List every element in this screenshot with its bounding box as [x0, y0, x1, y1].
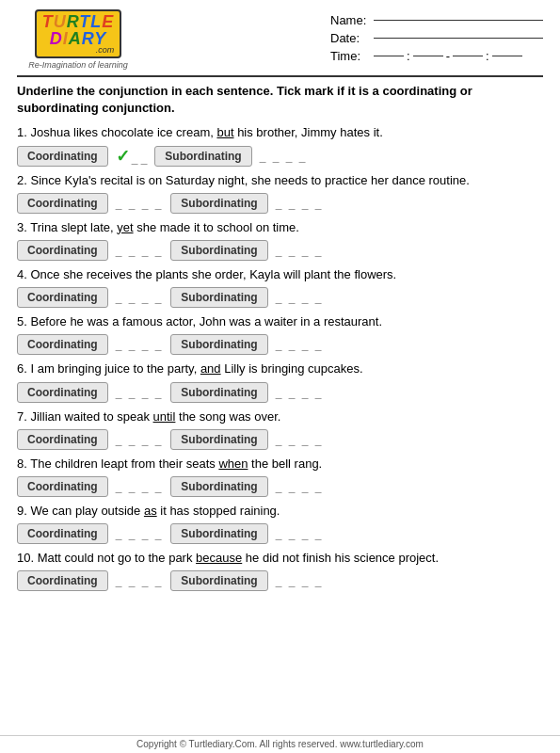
q9-subord-dashes: _ _ _ _	[276, 527, 324, 540]
name-label: Name:	[330, 13, 368, 27]
q6-number: 6.	[17, 361, 30, 376]
q1-subordinating-button[interactable]: Subordinating	[154, 146, 251, 167]
q1-coord-remaining-dashes: _ _	[132, 152, 148, 165]
q8-subordinating-button[interactable]: Subordinating	[170, 476, 267, 497]
date-label: Date:	[330, 31, 368, 45]
q6-coordinating-button[interactable]: Coordinating	[17, 382, 108, 403]
question-3: 3. Trina slept late, yet she made it to …	[17, 219, 543, 261]
time-input: : - :	[374, 49, 522, 63]
q3-subordinating-button[interactable]: Subordinating	[170, 240, 267, 261]
q4-coordinating-button[interactable]: Coordinating	[17, 287, 108, 308]
question-4-text: 4. Once she receives the plants she orde…	[17, 266, 543, 283]
q4-subord-dashes: _ _ _ _	[276, 291, 324, 304]
q9-number: 9.	[17, 504, 30, 518]
question-2: 2. Since Kyla's recital is on Saturday n…	[17, 172, 543, 214]
question-1: 1. Joshua likes chocolate ice cream, but…	[17, 124, 543, 166]
instruction-text: Underline the conjunction in each senten…	[17, 83, 543, 117]
date-field-row: Date:	[330, 31, 543, 45]
time-colon2: :	[486, 49, 489, 63]
q7-number: 7.	[17, 409, 30, 424]
question-4: 4. Once she receives the plants she orde…	[17, 266, 543, 308]
q8-subord-dashes: _ _ _ _	[276, 480, 324, 493]
q10-coordinating-button[interactable]: Coordinating	[17, 570, 108, 591]
q2-coord-dashes: _ _ _ _	[116, 197, 164, 210]
logo-tagline: Re-Imagination of learning	[28, 60, 128, 70]
q6-subordinating-button[interactable]: Subordinating	[170, 382, 267, 403]
q6-conjunction: and	[200, 361, 221, 376]
logo-com: .com	[96, 45, 115, 55]
question-8: 8. The children leapt from their seats w…	[17, 456, 543, 497]
q8-coord-dashes: _ _ _ _	[116, 480, 164, 493]
question-7: 7. Jillian waited to speak until the son…	[17, 409, 543, 450]
q6-coord-dashes: _ _ _ _	[116, 386, 164, 399]
question-9-text: 9. We can play outside as it has stopped…	[17, 503, 543, 520]
question-6: 6. I am bringing juice to the party, and…	[17, 360, 543, 402]
q1-answer-row: Coordinating✓_ _Subordinating_ _ _ _	[17, 146, 543, 167]
q2-coordinating-button[interactable]: Coordinating	[17, 193, 108, 214]
header-divider	[17, 75, 543, 77]
time-label: Time:	[330, 49, 368, 63]
question-5: 5. Before he was a famous actor, John wa…	[17, 313, 543, 355]
q8-answer-row: Coordinating_ _ _ _Subordinating_ _ _ _	[17, 476, 543, 497]
q1-coordinating-button[interactable]: Coordinating	[17, 146, 108, 167]
q6-subord-dashes: _ _ _ _	[276, 386, 324, 399]
q4-coord-dashes: _ _ _ _	[116, 291, 164, 304]
time-dash: -	[446, 49, 450, 63]
q2-subordinating-button[interactable]: Subordinating	[170, 193, 267, 214]
logo-area: TURTLE DIARY .com Re-Imagination of lear…	[17, 9, 139, 70]
question-7-text: 7. Jillian waited to speak until the son…	[17, 409, 543, 425]
q10-number: 10.	[17, 551, 38, 565]
time-seg1[interactable]	[374, 56, 404, 56]
q1-coord-dashes: ✓_ _	[116, 146, 148, 167]
q10-subord-dashes: _ _ _ _	[276, 574, 324, 587]
question-8-text: 8. The children leapt from their seats w…	[17, 456, 543, 473]
q1-subord-dashes: _ _ _ _	[260, 150, 308, 163]
q9-coordinating-button[interactable]: Coordinating	[17, 523, 108, 544]
q3-answer-row: Coordinating_ _ _ _Subordinating_ _ _ _	[17, 240, 543, 261]
question-6-text: 6. I am bringing juice to the party, and…	[17, 360, 543, 377]
name-line[interactable]	[374, 20, 543, 21]
q4-answer-row: Coordinating_ _ _ _Subordinating_ _ _ _	[17, 287, 543, 308]
questions-container: 1. Joshua likes chocolate ice cream, but…	[17, 124, 543, 591]
question-1-text: 1. Joshua likes chocolate ice cream, but…	[17, 124, 543, 141]
q9-answer-row: Coordinating_ _ _ _Subordinating_ _ _ _	[17, 523, 543, 544]
q10-subordinating-button[interactable]: Subordinating	[170, 570, 267, 591]
q8-coordinating-button[interactable]: Coordinating	[17, 476, 108, 497]
q8-conjunction: when	[218, 457, 248, 471]
q3-coord-dashes: _ _ _ _	[116, 244, 164, 257]
q7-answer-row: Coordinating_ _ _ _Subordinating_ _ _ _	[17, 429, 543, 450]
q5-subordinating-button[interactable]: Subordinating	[170, 334, 267, 355]
date-line[interactable]	[374, 38, 543, 39]
q7-coordinating-button[interactable]: Coordinating	[17, 429, 108, 450]
time-seg4[interactable]	[492, 56, 522, 56]
q7-subordinating-button[interactable]: Subordinating	[170, 429, 267, 450]
q10-coord-dashes: _ _ _ _	[116, 574, 164, 587]
time-field-row: Time: : - :	[330, 49, 543, 63]
q1-number: 1.	[17, 125, 30, 139]
q3-subord-dashes: _ _ _ _	[276, 244, 324, 257]
q4-subordinating-button[interactable]: Subordinating	[170, 287, 267, 308]
q5-answer-row: Coordinating_ _ _ _Subordinating_ _ _ _	[17, 334, 543, 355]
time-seg3[interactable]	[453, 56, 483, 56]
footer-text: Copyright © Turtlediary.Com. All rights …	[0, 735, 560, 749]
question-9: 9. We can play outside as it has stopped…	[17, 503, 543, 544]
q2-number: 2.	[17, 173, 30, 187]
q7-coord-dashes: _ _ _ _	[116, 433, 164, 446]
q4-number: 4.	[17, 267, 30, 281]
question-5-text: 5. Before he was a famous actor, John wa…	[17, 313, 543, 330]
q5-coord-dashes: _ _ _ _	[116, 338, 164, 351]
q6-answer-row: Coordinating_ _ _ _Subordinating_ _ _ _	[17, 382, 543, 403]
time-seg2[interactable]	[413, 56, 443, 56]
name-field-row: Name:	[330, 13, 543, 27]
q3-conjunction: yet	[117, 220, 133, 234]
q3-coordinating-button[interactable]: Coordinating	[17, 240, 108, 261]
question-10-text: 10. Matt could not go to the park becaus…	[17, 550, 543, 567]
q2-answer-row: Coordinating_ _ _ _Subordinating_ _ _ _	[17, 193, 543, 214]
q7-conjunction: until	[153, 409, 176, 424]
q10-answer-row: Coordinating_ _ _ _Subordinating_ _ _ _	[17, 570, 543, 591]
q5-coordinating-button[interactable]: Coordinating	[17, 334, 108, 355]
q9-subordinating-button[interactable]: Subordinating	[170, 523, 267, 544]
name-date-time-fields: Name: Date: Time: : - :	[330, 13, 543, 63]
q5-subord-dashes: _ _ _ _	[276, 338, 324, 351]
q7-subord-dashes: _ _ _ _	[276, 433, 324, 446]
